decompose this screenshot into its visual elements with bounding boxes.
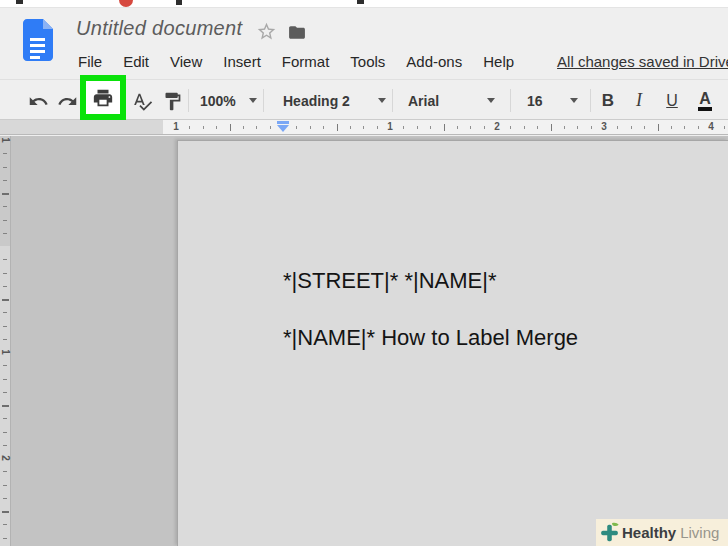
menu-item-file[interactable]: File	[78, 53, 102, 70]
toolbar: 100% Heading 2 Arial 16 B I U A	[0, 81, 728, 120]
underline-button[interactable]: U	[659, 81, 685, 120]
doc-text-line[interactable]: *|NAME|* How to Label Merge	[283, 325, 578, 351]
chevron-down-icon	[487, 98, 495, 103]
document-page[interactable]: *|STREET|* *|NAME|* *|NAME|* How to Labe…	[177, 140, 728, 546]
text-color-glyph: A	[698, 91, 712, 111]
redo-button[interactable]	[55, 89, 79, 113]
browser-ui-fragment	[16, 0, 23, 4]
spellcheck-button[interactable]	[130, 89, 154, 113]
bold-glyph: B	[602, 91, 614, 111]
document-canvas: 112 *|STREET|* *|NAME|* *|NAME|* How to …	[0, 136, 728, 546]
redo-icon	[57, 91, 78, 112]
zoom-dropdown[interactable]: 100%	[200, 81, 257, 120]
menu-item-view[interactable]: View	[170, 53, 202, 70]
chevron-down-icon	[378, 98, 386, 103]
font-size-value: 16	[527, 93, 543, 109]
print-button[interactable]	[92, 87, 114, 109]
menu-item-addons[interactable]: Add-ons	[406, 53, 462, 70]
italic-button[interactable]: I	[626, 81, 652, 120]
undo-icon	[28, 91, 49, 112]
spellcheck-icon	[132, 91, 153, 112]
browser-ui-fragment	[176, 0, 182, 5]
healthy-living-logo-icon	[599, 522, 620, 543]
undo-button[interactable]	[26, 89, 50, 113]
paragraph-style-dropdown[interactable]: Heading 2	[283, 81, 386, 120]
chevron-down-icon	[570, 98, 578, 103]
menu-item-format[interactable]: Format	[282, 53, 330, 70]
paragraph-style-value: Heading 2	[283, 93, 350, 109]
font-size-dropdown[interactable]: 16	[527, 81, 578, 120]
document-title[interactable]: Untitled document	[76, 17, 242, 40]
google-docs-logo-icon[interactable]	[23, 19, 53, 61]
toolbar-separator	[188, 89, 189, 112]
vertical-ruler: 112	[0, 136, 11, 546]
font-value: Arial	[408, 93, 439, 109]
menu-item-tools[interactable]: Tools	[350, 53, 385, 70]
bold-button[interactable]: B	[595, 81, 621, 120]
menu-bar: File Edit View Insert Format Tools Add-o…	[78, 48, 728, 74]
browser-edge-strip	[0, 0, 728, 8]
save-status-link[interactable]: All changes saved in Drive	[557, 53, 728, 70]
toolbar-separator	[590, 89, 591, 112]
paint-format-icon	[162, 91, 183, 112]
doc-text-line[interactable]: *|STREET|* *|NAME|*	[283, 268, 497, 294]
menu-item-insert[interactable]: Insert	[223, 53, 261, 70]
docs-header: Untitled document File Edit View Insert …	[0, 8, 728, 80]
horizontal-ruler: 11234	[0, 120, 728, 135]
healthy-living-watermark: Healthy Living	[596, 519, 728, 546]
horizontal-ruler-scale: 11234	[163, 120, 728, 134]
star-icon[interactable]	[256, 21, 277, 42]
toolbar-separator	[263, 89, 264, 112]
font-dropdown[interactable]: Arial	[408, 81, 495, 120]
browser-ui-fragment-red	[119, 0, 133, 7]
zoom-value: 100%	[200, 93, 236, 109]
text-color-button[interactable]: A	[692, 81, 718, 120]
watermark-text-bold: Healthy	[622, 524, 676, 541]
indent-marker[interactable]	[277, 121, 289, 132]
menu-item-help[interactable]: Help	[483, 53, 514, 70]
underline-glyph: U	[666, 92, 678, 110]
paint-format-button[interactable]	[160, 89, 184, 113]
chevron-down-icon	[249, 98, 257, 103]
folder-icon[interactable]	[286, 23, 308, 42]
toolbar-separator	[392, 89, 393, 112]
print-icon	[92, 87, 114, 109]
first-line-indent-handle[interactable]	[277, 121, 289, 124]
watermark-text-light: Living	[680, 524, 719, 541]
print-highlight-box	[80, 75, 126, 120]
toolbar-separator	[510, 89, 511, 112]
menu-item-edit[interactable]: Edit	[123, 53, 149, 70]
google-docs-window: Untitled document File Edit View Insert …	[0, 0, 728, 546]
browser-ui-fragment	[357, 0, 364, 4]
left-indent-handle[interactable]	[277, 125, 289, 132]
italic-glyph: I	[636, 90, 642, 111]
